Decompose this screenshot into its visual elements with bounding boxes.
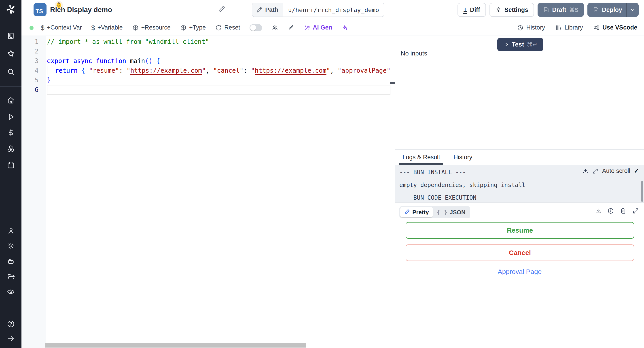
- editor-toolbar: $ +Context Var $ +Variable +Resource +Ty…: [22, 20, 644, 36]
- users-person-icon[interactable]: [0, 226, 22, 236]
- diff-button-label: Diff: [470, 6, 480, 14]
- users-icon-button[interactable]: [272, 24, 278, 31]
- resume-button[interactable]: Resume: [406, 222, 634, 239]
- line-number: 6: [22, 85, 38, 94]
- brush-icon: [288, 24, 294, 31]
- history-clock-icon: [517, 24, 524, 31]
- code-line[interactable]: [47, 85, 390, 94]
- approval-page-link[interactable]: Approval Page: [395, 268, 644, 276]
- history-button[interactable]: History: [517, 24, 545, 31]
- add-type-button[interactable]: +Type: [180, 24, 206, 31]
- resources-cubes-icon[interactable]: [0, 144, 22, 154]
- add-context-var-button[interactable]: $ +Context Var: [41, 24, 82, 32]
- play-icon: [503, 42, 509, 48]
- library-button[interactable]: Library: [555, 24, 583, 31]
- editor-horizontal-scrollbar[interactable]: [46, 343, 306, 348]
- add-context-var-label: +Context Var: [47, 24, 82, 31]
- ai-gen-button[interactable]: AI Gen: [304, 24, 332, 31]
- deploy-button[interactable]: Deploy: [588, 3, 639, 17]
- edit-title-pencil-icon[interactable]: [218, 5, 226, 14]
- reset-icon: [215, 24, 222, 31]
- result-view-switch: Pretty { } JSON: [399, 206, 470, 218]
- diff-button[interactable]: ± Diff: [458, 3, 486, 17]
- runs-play-icon[interactable]: [0, 112, 22, 122]
- audit-eye-icon[interactable]: [0, 287, 22, 296]
- package-icon: [180, 24, 187, 31]
- download-icon[interactable]: [595, 208, 602, 214]
- magic-wand-icon: [304, 24, 310, 31]
- header-actions: ± Diff Settings Draft ⌘S Deploy: [458, 3, 639, 17]
- toolbar-toggle[interactable]: [250, 24, 262, 31]
- tab-history[interactable]: History: [454, 150, 472, 164]
- code-lines[interactable]: // import * as wmill from "windmill-clie…: [47, 37, 390, 94]
- code-editor[interactable]: 123456 // import * as wmill from "windmi…: [22, 36, 395, 348]
- windmill-logo[interactable]: [0, 3, 22, 16]
- left-sidebar: [0, 0, 22, 348]
- ai-gen-label: AI Gen: [313, 24, 332, 31]
- run-panel: Test ⌘↵ No inputs Logs & Result History …: [395, 36, 644, 348]
- download-icon[interactable]: [582, 168, 588, 174]
- add-resource-button[interactable]: +Resource: [132, 24, 170, 31]
- favorites-star-icon[interactable]: [0, 48, 22, 58]
- typescript-badge-label: TS: [36, 8, 43, 15]
- code-line[interactable]: export async function main() {: [47, 56, 390, 66]
- draft-button[interactable]: Draft ⌘S: [538, 3, 584, 17]
- folders-icon[interactable]: [0, 272, 22, 281]
- pretty-tab[interactable]: Pretty: [400, 207, 433, 218]
- variables-dollar-icon[interactable]: [0, 128, 22, 138]
- code-line[interactable]: [47, 46, 390, 56]
- test-button[interactable]: Test ⌘↵: [497, 38, 544, 51]
- logs-viewer[interactable]: --- BUN INSTALL ---empty dependencies, s…: [395, 164, 644, 202]
- test-button-label: Test: [512, 41, 524, 48]
- sparkles-button[interactable]: [342, 24, 348, 31]
- deploy-split-divider: [626, 3, 627, 17]
- code-line[interactable]: return { "resume": "https://example.com"…: [47, 66, 390, 75]
- log-lines: --- BUN INSTALL ---empty dependencies, s…: [399, 166, 526, 204]
- gutter-lines: 123456: [22, 37, 38, 94]
- cancel-button[interactable]: Cancel: [406, 244, 634, 261]
- line-number: 1: [22, 37, 38, 46]
- tab-logs-result[interactable]: Logs & Result: [402, 150, 440, 164]
- expand-arrow-icon[interactable]: [0, 334, 22, 344]
- result-viewer: Pretty { } JSON Resume Cancel Approval P…: [395, 202, 644, 348]
- auto-scroll-label[interactable]: Auto scroll: [602, 168, 630, 174]
- test-shortcut: ⌘↵: [527, 41, 538, 48]
- reset-button[interactable]: Reset: [215, 24, 240, 31]
- path-field[interactable]: Path u/henri/rich_display_demo: [252, 3, 384, 17]
- workers-robot-icon[interactable]: [0, 256, 22, 266]
- check-icon: ✓: [634, 167, 639, 175]
- settings-button-label: Settings: [504, 6, 528, 14]
- windmill-script-editor: TS 👶 Rich Display demo Path u/henri/rich…: [0, 0, 644, 348]
- settings-button[interactable]: Settings: [490, 3, 534, 17]
- workspace-building-icon[interactable]: [0, 31, 22, 41]
- format-brush-button[interactable]: [288, 24, 294, 31]
- add-resource-label: +Resource: [141, 24, 170, 31]
- add-variable-button[interactable]: $ +Variable: [91, 24, 123, 32]
- code-line[interactable]: }: [47, 75, 390, 85]
- expand-icon[interactable]: [592, 168, 598, 174]
- status-dot: [30, 26, 34, 30]
- pencil-icon: [256, 7, 262, 13]
- json-tab[interactable]: { } JSON: [433, 207, 470, 218]
- code-line[interactable]: // import * as wmill from "windmill-clie…: [47, 37, 390, 46]
- home-icon[interactable]: [0, 95, 22, 105]
- highlighter-pen-icon: [404, 209, 410, 216]
- logs-scrollbar[interactable]: [641, 181, 643, 202]
- draft-shortcut: ⌘S: [569, 7, 578, 13]
- line-number: 3: [22, 56, 38, 66]
- curly-braces-icon: { }: [437, 209, 448, 216]
- toggle-knob: [250, 25, 256, 31]
- reset-label: Reset: [224, 24, 240, 31]
- history-label: History: [526, 24, 545, 31]
- info-icon[interactable]: [607, 208, 614, 214]
- schedules-calendar-icon[interactable]: [0, 160, 22, 170]
- path-value[interactable]: u/henri/rich_display_demo: [283, 6, 384, 14]
- use-vscode-button[interactable]: Use VScode: [593, 24, 637, 31]
- clipboard-copy-icon[interactable]: [620, 208, 626, 214]
- chevron-down-icon: [630, 7, 636, 13]
- help-icon[interactable]: [0, 319, 22, 329]
- settings-gear-icon[interactable]: [0, 241, 22, 251]
- search-icon[interactable]: [0, 67, 22, 76]
- dollar-icon: $: [41, 24, 44, 32]
- maximize-icon[interactable]: [632, 208, 639, 214]
